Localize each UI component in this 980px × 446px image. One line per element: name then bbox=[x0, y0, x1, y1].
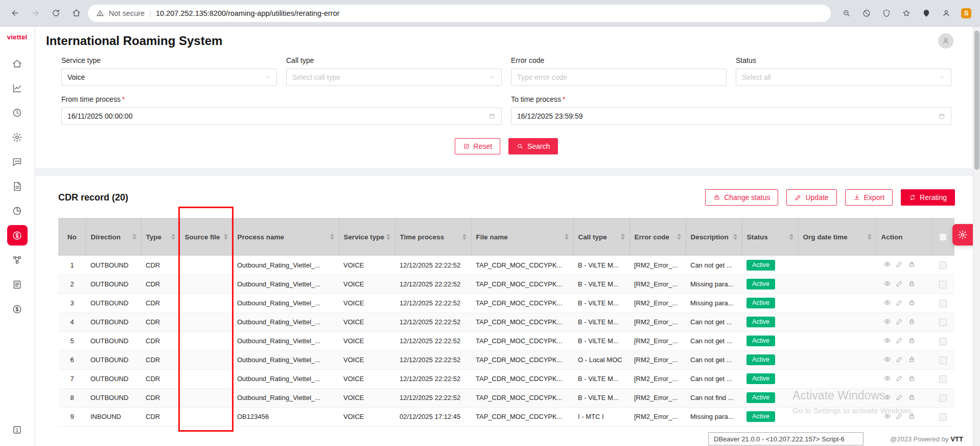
lock-icon[interactable] bbox=[908, 318, 916, 325]
row-checkbox[interactable] bbox=[939, 300, 947, 307]
to-time-picker[interactable]: 16/12/2025 23:59:59 bbox=[511, 107, 951, 125]
row-checkbox[interactable] bbox=[939, 261, 947, 269]
bookmark-star-icon[interactable] bbox=[899, 6, 914, 21]
lock-icon[interactable] bbox=[908, 260, 916, 268]
call-type-select[interactable]: Select call type bbox=[286, 69, 502, 86]
s-extension-icon[interactable]: S bbox=[959, 6, 974, 21]
from-time-picker[interactable]: 16/11/2025 00:00:00 bbox=[61, 107, 502, 125]
view-icon[interactable] bbox=[883, 260, 891, 268]
view-icon[interactable] bbox=[883, 374, 891, 382]
reset-button[interactable]: Reset bbox=[455, 138, 501, 154]
status-select[interactable]: Select all bbox=[736, 69, 951, 86]
view-icon[interactable] bbox=[883, 355, 891, 363]
search-button[interactable]: Search bbox=[508, 138, 558, 154]
sort-icon[interactable] bbox=[733, 234, 737, 240]
blocked-content-icon[interactable] bbox=[859, 6, 874, 21]
sidebar-item-reports[interactable] bbox=[7, 200, 28, 221]
view-icon[interactable] bbox=[883, 393, 891, 401]
row-checkbox[interactable] bbox=[939, 413, 947, 421]
row-checkbox[interactable] bbox=[939, 394, 947, 402]
edit-icon[interactable] bbox=[896, 318, 903, 325]
zoom-out-icon[interactable] bbox=[839, 6, 854, 21]
column-header-description[interactable]: Description bbox=[686, 218, 742, 256]
column-header-file_name[interactable]: File name bbox=[471, 218, 573, 256]
edit-icon[interactable] bbox=[896, 337, 903, 344]
forward-icon[interactable] bbox=[27, 5, 44, 22]
sidebar-item-dashboard[interactable] bbox=[7, 78, 28, 98]
sidebar-item-revenue[interactable] bbox=[7, 299, 28, 319]
column-header-direction[interactable]: Direction bbox=[86, 218, 141, 256]
edit-icon[interactable] bbox=[896, 355, 903, 363]
sidebar-item-home[interactable] bbox=[7, 53, 28, 74]
shield-icon[interactable] bbox=[879, 6, 894, 21]
sort-icon[interactable] bbox=[132, 234, 136, 240]
rerating-button[interactable]: Rerating bbox=[901, 189, 955, 206]
lock-icon[interactable] bbox=[908, 374, 916, 382]
sidebar-item-messages[interactable] bbox=[7, 151, 28, 172]
edit-icon[interactable] bbox=[896, 412, 903, 420]
sort-icon[interactable] bbox=[171, 234, 175, 240]
sort-icon[interactable] bbox=[462, 234, 466, 240]
export-button[interactable]: Export bbox=[845, 189, 893, 206]
row-checkbox[interactable] bbox=[939, 356, 947, 364]
view-icon[interactable] bbox=[883, 280, 891, 287]
view-icon[interactable] bbox=[883, 299, 891, 306]
lock-icon[interactable] bbox=[908, 393, 916, 401]
profile-icon[interactable] bbox=[939, 6, 954, 21]
edit-icon[interactable] bbox=[896, 260, 903, 268]
user-avatar[interactable] bbox=[938, 33, 953, 49]
column-header-source_file[interactable]: Source file bbox=[180, 218, 232, 256]
row-checkbox[interactable] bbox=[939, 319, 947, 326]
sort-icon[interactable] bbox=[789, 234, 794, 240]
back-icon[interactable] bbox=[6, 5, 24, 22]
sidebar-item-support[interactable] bbox=[7, 419, 28, 440]
sort-icon[interactable] bbox=[330, 234, 334, 240]
sort-icon[interactable] bbox=[868, 234, 872, 240]
sort-icon[interactable] bbox=[621, 234, 625, 240]
view-icon[interactable] bbox=[883, 337, 891, 344]
lock-icon[interactable] bbox=[908, 337, 916, 344]
column-header-status[interactable]: Status bbox=[742, 218, 798, 256]
column-header-time_process[interactable]: Time process bbox=[395, 218, 471, 256]
theme-settings-fab[interactable] bbox=[952, 224, 973, 246]
view-icon[interactable] bbox=[883, 318, 891, 325]
column-header-process_name[interactable]: Process name bbox=[232, 218, 339, 256]
change-status-button[interactable]: Change status bbox=[705, 189, 778, 206]
column-header-org_date_time[interactable]: Org date time bbox=[798, 218, 876, 256]
row-checkbox[interactable] bbox=[939, 338, 947, 345]
edit-icon[interactable] bbox=[896, 299, 903, 306]
sort-icon[interactable] bbox=[386, 234, 390, 240]
edit-icon[interactable] bbox=[896, 374, 903, 382]
refresh-icon[interactable] bbox=[47, 5, 64, 22]
sort-icon[interactable] bbox=[677, 234, 681, 240]
column-header-error_code[interactable]: Error code bbox=[629, 218, 686, 256]
extension-icon[interactable] bbox=[919, 6, 934, 21]
row-checkbox[interactable] bbox=[939, 375, 947, 383]
update-button[interactable]: Update bbox=[786, 189, 836, 206]
sort-icon[interactable] bbox=[565, 234, 569, 240]
sidebar-item-history[interactable] bbox=[7, 102, 28, 123]
view-icon[interactable] bbox=[883, 412, 891, 420]
lock-icon[interactable] bbox=[908, 280, 916, 287]
column-header-call_type[interactable]: Call type bbox=[573, 218, 629, 256]
sidebar-item-rerating-active[interactable] bbox=[7, 225, 28, 246]
sidebar-item-files[interactable] bbox=[7, 176, 28, 196]
lock-icon[interactable] bbox=[908, 412, 916, 420]
lock-icon[interactable] bbox=[908, 299, 916, 306]
error-code-input[interactable] bbox=[517, 73, 720, 81]
service-type-select[interactable]: Voice bbox=[61, 69, 277, 86]
sort-icon[interactable] bbox=[224, 234, 228, 240]
sidebar-item-logs[interactable] bbox=[7, 274, 28, 295]
select-all-checkbox[interactable] bbox=[939, 233, 947, 241]
edit-icon[interactable] bbox=[896, 280, 903, 287]
sidebar-item-settings[interactable] bbox=[7, 127, 28, 147]
sidebar-item-cluster[interactable] bbox=[7, 250, 28, 270]
column-header-service_type[interactable]: Service type bbox=[339, 218, 395, 256]
address-bar[interactable]: Not secure | 10.207.252.135:8200/roaming… bbox=[88, 5, 831, 22]
column-header-type[interactable]: Type bbox=[141, 218, 180, 256]
scrollbar-thumb[interactable] bbox=[974, 31, 979, 170]
row-checkbox[interactable] bbox=[939, 281, 947, 288]
edit-icon[interactable] bbox=[896, 393, 903, 401]
page-scrollbar[interactable] bbox=[973, 27, 980, 446]
home-icon[interactable] bbox=[67, 5, 85, 22]
